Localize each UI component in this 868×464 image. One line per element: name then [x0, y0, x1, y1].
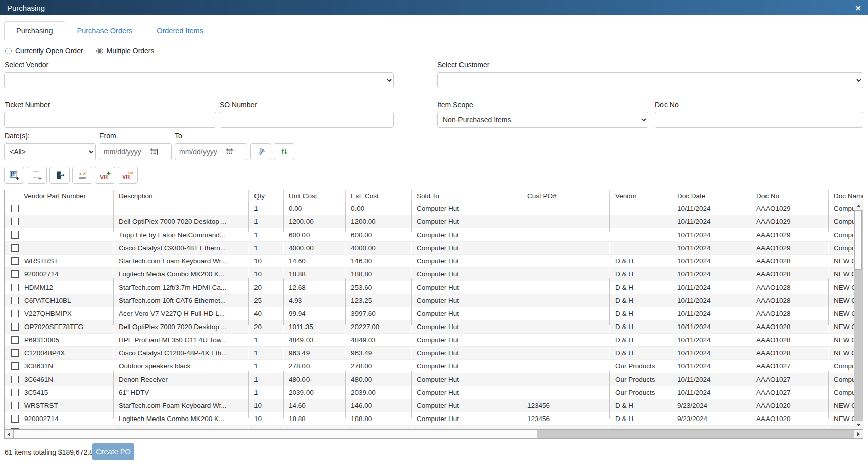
table-row[interactable]: 920002714Logitech Media Combo MK200 K...…: [5, 268, 863, 281]
column-header-qty[interactable]: Qty: [249, 190, 284, 202]
table-row[interactable]: WRSTRSTStarTech.com Foam Keyboard Wr...1…: [5, 399, 863, 412]
items-summary: 61 items totaling $189,672.82: [5, 448, 97, 456]
column-header-vendor-part-number[interactable]: Vendor Part Number: [5, 190, 114, 202]
row-checkbox[interactable]: [11, 349, 19, 357]
column-header-vendor[interactable]: Vendor: [610, 190, 672, 202]
row-checkbox[interactable]: [11, 297, 19, 304]
scroll-up-arrow-icon[interactable]: [854, 202, 863, 210]
cell: 1: [249, 215, 284, 228]
cell: 10/11/2024: [672, 215, 751, 228]
cell: P69313005: [5, 334, 114, 347]
cell: 20: [249, 281, 284, 294]
cell: [5, 228, 114, 242]
row-checkbox[interactable]: [11, 257, 19, 265]
ticket-number-label: Ticket Number: [5, 101, 50, 109]
table-row[interactable]: Cisco Catalyst C9300-48T Ethern...14000.…: [5, 242, 863, 255]
cell: [522, 307, 610, 320]
table-row[interactable]: Dell OptiPlex 7000 7020 Desktop ...11200…: [5, 215, 863, 228]
grid-select-button[interactable]: [4, 167, 24, 184]
from-date-input[interactable]: [104, 148, 147, 156]
column-header-doc-name[interactable]: Doc Name: [829, 190, 864, 202]
vertical-scrollbar[interactable]: [854, 202, 863, 429]
table-row[interactable]: OP7020SFF78TFGDell OptiPlex 7000 7020 De…: [5, 320, 863, 334]
row-checkbox[interactable]: [11, 323, 19, 331]
scroll-left-arrow-icon[interactable]: [5, 430, 13, 438]
calendar-icon[interactable]: [226, 148, 233, 155]
row-checkbox[interactable]: [11, 218, 19, 225]
clear-filter-button[interactable]: [250, 143, 271, 160]
table-row[interactable]: V227QHBMIPXAcer Vero V7 V227Q H Full HD …: [5, 307, 863, 320]
column-header-description[interactable]: Description: [114, 190, 249, 202]
cell: 480.00: [284, 373, 346, 386]
to-label: To: [175, 132, 182, 140]
refresh-button[interactable]: [274, 143, 294, 160]
vertical-scroll-thumb[interactable]: [854, 210, 862, 270]
tab-purchase-orders[interactable]: Purchase Orders: [65, 21, 145, 40]
cell: 10: [249, 412, 284, 426]
table-row[interactable]: 10.000.00Computer Hut10/11/2024AAAO1029C…: [5, 202, 863, 215]
table-row[interactable]: C6PATCH10BLStarTech.com 10ft CAT6 Ethern…: [5, 294, 863, 307]
table-row[interactable]: 3C541561" HDTV12039.002039.00Computer Hu…: [5, 386, 863, 399]
column-header-sold-to[interactable]: Sold To: [412, 190, 522, 202]
radio-currently-open-order[interactable]: Currently Open Order: [5, 47, 83, 55]
cell: 10/11/2024: [672, 386, 751, 399]
to-date-input[interactable]: [179, 148, 223, 156]
order-mode-radio[interactable]: [5, 48, 12, 54]
calendar-icon[interactable]: [150, 148, 158, 155]
ticket-number-input[interactable]: [4, 112, 216, 128]
create-po-button[interactable]: Create PO: [92, 443, 134, 460]
row-checkbox[interactable]: [11, 244, 19, 252]
table-row[interactable]: WRSTRSTStarTech.com Foam Keyboard Wr...1…: [5, 255, 863, 268]
order-mode-radio[interactable]: [96, 48, 103, 54]
row-checkbox[interactable]: [11, 415, 19, 423]
column-header-doc-no[interactable]: Doc No: [751, 190, 829, 202]
export-button[interactable]: [49, 167, 70, 184]
column-header-ext-cost[interactable]: Ext. Cost: [346, 190, 412, 202]
cell: D & H: [610, 347, 672, 360]
table-row[interactable]: 920002714Logitech Media Combo MK200 K...…: [5, 412, 863, 426]
box-select-button[interactable]: [27, 167, 47, 184]
item-scope-select[interactable]: Non-Purchased Items: [437, 112, 648, 128]
scroll-right-arrow-icon[interactable]: [854, 430, 863, 438]
cell: Computer Hut: [412, 281, 522, 294]
doc-no-input[interactable]: [655, 112, 863, 128]
row-checkbox[interactable]: [11, 402, 19, 409]
vr-send-button[interactable]: VR: [118, 167, 138, 184]
table-row[interactable]: Tripp Lite by Eaton NetCommand...1600.00…: [5, 228, 863, 242]
collapse-button[interactable]: [72, 167, 92, 184]
row-checkbox[interactable]: [11, 336, 19, 344]
tab-ordered-items[interactable]: Ordered Items: [144, 21, 216, 40]
column-header-cust-po-[interactable]: Cust PO#: [522, 190, 610, 202]
table-row[interactable]: 3C8631NOutdoor speakers black1278.00278.…: [5, 360, 863, 373]
so-number-input[interactable]: [220, 112, 394, 128]
table-row[interactable]: HDMM12StarTech.com 12ft/3.7m HDMI Ca...2…: [5, 281, 863, 294]
row-checkbox[interactable]: [11, 376, 19, 383]
column-header-doc-date[interactable]: Doc Date: [672, 190, 751, 202]
export-icon: [55, 171, 65, 180]
horizontal-scrollbar[interactable]: [5, 429, 863, 438]
column-header-unit-cost[interactable]: Unit Cost: [284, 190, 346, 202]
close-icon[interactable]: ×: [855, 3, 861, 13]
table-row[interactable]: P69313005HPE ProLiant ML350 G11 4U Tow..…: [5, 334, 863, 347]
vendor-select[interactable]: [4, 72, 394, 88]
horizontal-scroll-thumb[interactable]: [13, 430, 537, 438]
table-row[interactable]: C120048P4XCisco Catalyst C1200-48P-4X Et…: [5, 347, 863, 360]
vendor-part-number: 3C5415: [24, 389, 48, 396]
row-checkbox[interactable]: [11, 205, 19, 212]
dates-select[interactable]: <All>: [4, 143, 96, 160]
row-checkbox[interactable]: [11, 310, 19, 317]
scroll-down-arrow-icon[interactable]: [854, 421, 863, 429]
cell: 3997.60: [346, 307, 412, 320]
cell: Denon Receiver: [114, 373, 249, 386]
customer-select[interactable]: [437, 72, 863, 88]
row-checkbox[interactable]: [11, 231, 19, 239]
vr-add-button[interactable]: VR: [95, 167, 115, 184]
cell: Dell OptiPlex 7000 7020 Desktop ...: [114, 320, 249, 334]
row-checkbox[interactable]: [11, 362, 19, 370]
radio-multiple-orders[interactable]: Multiple Orders: [96, 47, 155, 55]
table-row[interactable]: 3C6461NDenon Receiver1480.00480.00Comput…: [5, 373, 863, 386]
row-checkbox[interactable]: [11, 389, 19, 396]
row-checkbox[interactable]: [11, 284, 19, 291]
row-checkbox[interactable]: [11, 270, 19, 278]
tab-purchasing[interactable]: Purchasing: [4, 21, 65, 40]
